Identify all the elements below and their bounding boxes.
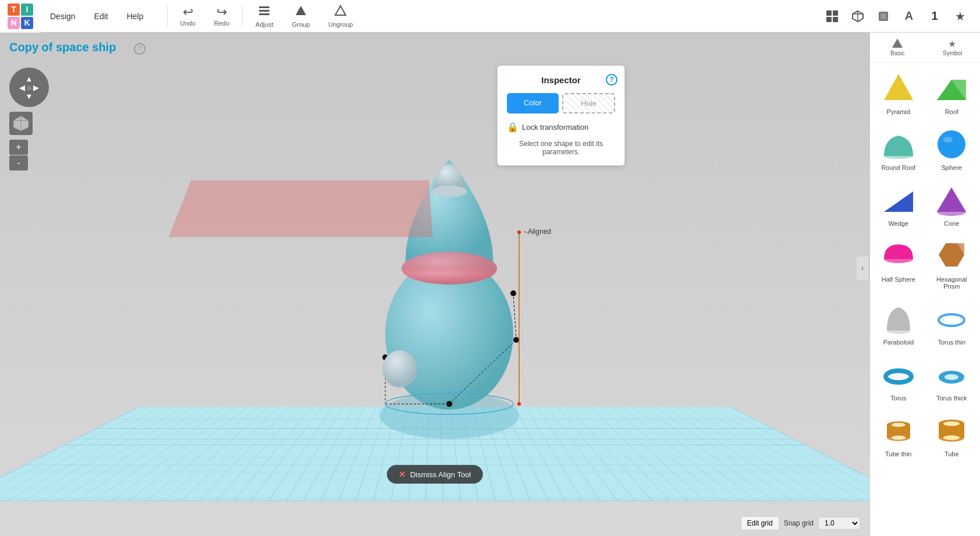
svg-point-32	[517, 230, 521, 234]
bottom-controls: Edit grid Snap grid 1.0 0.5 0.25 2.0	[741, 516, 860, 530]
zoom-out-button[interactable]: -	[9, 155, 28, 171]
shape-item-sphere[interactable]: Sphere	[926, 121, 978, 176]
shape-item-hexagonal-prism[interactable]: Hexagonal Prism	[926, 233, 978, 294]
shape-preview-tube-thin	[880, 412, 917, 449]
undo-button[interactable]: ↩ Undo	[172, 3, 204, 29]
shape-label-pyramid: Pyramid	[887, 108, 910, 115]
svg-rect-8	[833, 17, 838, 22]
shape-item-torus-thick[interactable]: Torus thick	[926, 352, 978, 406]
dismiss-align-tool-button[interactable]: ✕ Dismiss Align Tool	[387, 465, 483, 484]
adjust-button[interactable]: Adjust	[247, 2, 282, 30]
lock-transformation[interactable]: 🔒 Lock transformation	[507, 122, 615, 133]
logo-t: T	[8, 3, 20, 16]
svg-point-33	[517, 402, 521, 406]
help-icon[interactable]: ?	[134, 43, 145, 55]
nav-up-arrow[interactable]: ▲	[26, 74, 33, 83]
shape-item-torus[interactable]: Torus	[872, 352, 925, 406]
zoom-in-button[interactable]: +	[9, 140, 28, 155]
shape-item-paraboloid[interactable]: Paraboloid	[872, 296, 925, 350]
logo[interactable]: T I N K	[0, 0, 41, 33]
toolbar: ↩ Undo ↪ Redo Adjust Group Ungroup	[165, 2, 361, 30]
redo-icon: ↪	[216, 6, 227, 19]
nav-home-icon[interactable]: ⌂	[27, 84, 31, 91]
group-icon	[294, 5, 307, 20]
shape-label-torus-thick: Torus thick	[936, 395, 967, 402]
edit-grid-button[interactable]: Edit grid	[741, 516, 779, 530]
alignment-plane	[169, 180, 432, 237]
svg-line-37	[524, 232, 528, 233]
menu-edit[interactable]: Edit	[85, 0, 118, 33]
shape-label-wedge: Wedge	[888, 220, 908, 227]
undo-icon: ↩	[183, 6, 193, 19]
ungroup-button[interactable]: Ungroup	[320, 2, 361, 30]
shape-preview-hexagonal-prism	[933, 237, 970, 275]
svg-rect-0	[259, 6, 269, 8]
nav-right-arrow[interactable]: ▶	[33, 83, 39, 92]
cube-view-icon[interactable]	[847, 6, 868, 27]
redo-button[interactable]: ↪ Redo	[206, 3, 237, 29]
shape-label-torus: Torus	[890, 395, 906, 402]
shape-item-pyramid[interactable]: Pyramid	[872, 65, 925, 120]
shape-preview-pyramid	[880, 70, 917, 107]
shape-label-tube-thin: Tube thin	[885, 450, 911, 457]
shape-label-round-roof: Round Roof	[881, 164, 915, 171]
shape-item-round-roof[interactable]: Round Roof	[872, 121, 925, 176]
shape-item-cone[interactable]: Cone	[926, 177, 978, 232]
svg-point-45	[938, 130, 965, 158]
shape-item-tube[interactable]: Tube	[926, 407, 978, 462]
project-title[interactable]: Copy of space ship	[9, 41, 116, 54]
color-tab[interactable]: Color	[507, 93, 559, 113]
menubar: T I N K Design Edit Help ↩ Undo ↪ Redo A…	[0, 0, 980, 33]
menu-help[interactable]: Help	[118, 0, 153, 33]
shape-preview-torus	[880, 356, 917, 393]
svg-marker-3	[296, 6, 306, 15]
shape-label-half-sphere: Half Sphere	[882, 276, 915, 283]
svg-point-44	[884, 153, 913, 159]
rocket-display: Aligned	[151, 62, 747, 478]
undo-label: Undo	[180, 20, 196, 27]
shape-preview-torus-thick	[933, 356, 970, 393]
group-button[interactable]: Group	[284, 2, 318, 30]
lock-label: Lock transformation	[522, 123, 588, 132]
star-icon[interactable]: ★	[950, 6, 971, 27]
menu-design[interactable]: Design	[41, 0, 85, 33]
shape-item-roof[interactable]: Roof	[926, 65, 978, 120]
nav-left-arrow[interactable]: ◀	[19, 83, 25, 92]
shape-item-half-sphere[interactable]: Half Sphere	[872, 233, 925, 294]
shape-preview-sphere	[933, 126, 970, 163]
logo-k: K	[21, 17, 33, 29]
logo-n: N	[8, 17, 20, 29]
view-cube[interactable]	[9, 112, 33, 135]
shape-preview-round-roof	[880, 126, 917, 163]
toolbar-sep-2	[242, 6, 243, 27]
grid-view-icon[interactable]	[822, 6, 843, 27]
count-icon[interactable]: 1	[924, 6, 945, 27]
ungroup-label: Ungroup	[328, 21, 353, 28]
box-icon[interactable]	[873, 6, 894, 27]
dismiss-x-icon: ✕	[399, 470, 406, 479]
svg-marker-53	[957, 243, 964, 255]
svg-marker-38	[892, 38, 903, 48]
adjust-icon	[258, 5, 271, 20]
shapes-basic-tab[interactable]: Basic	[870, 33, 925, 62]
shapes-symbol-tab[interactable]: ★ Symbol	[925, 33, 981, 62]
shape-label-torus-thin: Torus thin	[938, 339, 965, 346]
text-size-icon[interactable]: A	[899, 6, 919, 27]
nav-down-arrow[interactable]: ▼	[26, 92, 33, 101]
hole-tab[interactable]: Hole	[562, 93, 615, 113]
dismiss-label: Dismiss Align Tool	[410, 470, 471, 479]
shape-item-wedge[interactable]: Wedge	[872, 177, 925, 232]
shape-item-tube-thin[interactable]: Tube thin	[872, 407, 925, 462]
group-label: Group	[292, 21, 310, 28]
zoom-controls: + -	[9, 140, 49, 171]
snap-grid-select[interactable]: 1.0 0.5 0.25 2.0	[818, 517, 860, 530]
view-nav-circle[interactable]: ▲ ◀ ⌂ ▶ ▼	[9, 68, 49, 107]
panel-collapse-arrow[interactable]: ‹	[857, 257, 868, 280]
svg-point-46	[943, 137, 953, 143]
inspector-hint: Select one shape to edit its parameters.	[507, 140, 615, 156]
shape-item-torus-thin[interactable]: Torus thin	[926, 296, 978, 350]
inspector-help-button[interactable]: ?	[606, 74, 617, 86]
top-right-icons: A 1 ★	[822, 6, 980, 27]
svg-point-20	[432, 186, 467, 197]
canvas-area[interactable]: Copy of space ship ? ▲ ◀ ⌂ ▶	[0, 33, 869, 536]
